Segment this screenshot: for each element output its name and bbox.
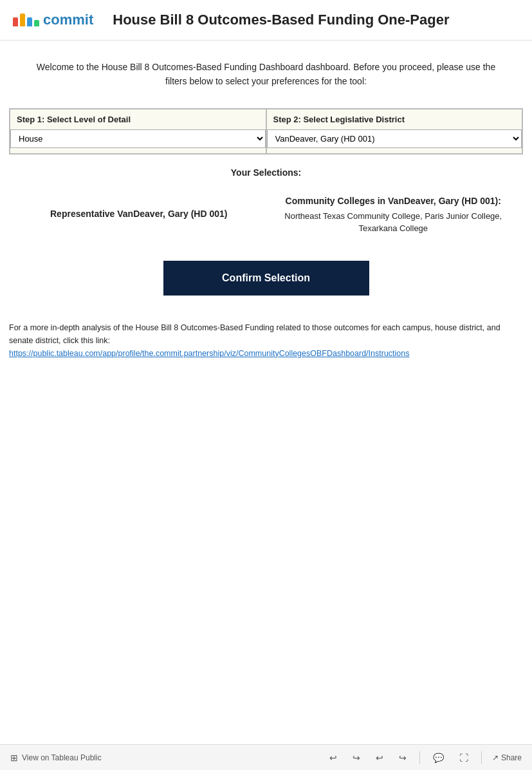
logo-bar-green: [34, 20, 39, 26]
confirm-btn-wrapper: Confirm Selection: [0, 248, 532, 315]
footer-link[interactable]: https://public.tableau.com/app/profile/t…: [9, 349, 410, 358]
bottom-bar-left: ⊞ View on Tableau Public: [10, 753, 314, 763]
logo: commit: [13, 12, 93, 28]
share-icon: ↗: [492, 753, 499, 762]
confirm-selection-button[interactable]: Confirm Selection: [163, 261, 369, 296]
footer-text: For a more in-depth analysis of the Hous…: [9, 321, 523, 347]
step1-label: Step 1: Select Level of Detail: [10, 109, 266, 127]
bottom-bar-right: ↩ ↪ ↩ ↪ 💬 ⛶ ↗ Share: [327, 751, 522, 764]
view-tableau-label[interactable]: View on Tableau Public: [22, 753, 102, 762]
comment-button[interactable]: 💬: [430, 751, 446, 764]
logo-icon: [13, 14, 39, 26]
bottom-bar: ⊞ View on Tableau Public ↩ ↪ ↩ ↪ 💬 ⛶ ↗ S…: [0, 744, 532, 770]
selections-right: Community Colleges in VanDeaver, Gary (H…: [273, 196, 515, 235]
step2-label: Step 2: Select Legislative District: [267, 109, 522, 127]
back-button[interactable]: ↩: [373, 751, 386, 764]
redo-button[interactable]: ↪: [350, 751, 363, 764]
rep-name: Representative VanDeaver, Gary (HD 001): [18, 209, 260, 219]
community-colleges-title: Community Colleges in VanDeaver, Gary (H…: [273, 196, 515, 206]
steps-row: Step 1: Select Level of Detail House Sen…: [9, 108, 523, 155]
share-label: Share: [501, 753, 522, 762]
divider: [419, 751, 420, 764]
selections-area: Representative VanDeaver, Gary (HD 001) …: [9, 183, 523, 241]
share-button[interactable]: ↗ Share: [492, 753, 522, 762]
step2-select[interactable]: VanDeaver, Gary (HD 001): [267, 129, 522, 148]
logo-bar-orange: [20, 14, 25, 26]
page-title: House Bill 8 Outcomes-Based Funding One-…: [113, 12, 449, 28]
welcome-text: Welcome to the House Bill 8 Outcomes-Bas…: [26, 60, 506, 89]
selections-left: Representative VanDeaver, Gary (HD 001): [18, 196, 260, 219]
logo-bar-blue: [27, 17, 32, 26]
selections-wrapper: Your Selections: Representative VanDeave…: [0, 161, 532, 248]
fullscreen-button[interactable]: ⛶: [457, 751, 471, 764]
footer-section: For a more in-depth analysis of the Hous…: [0, 315, 532, 366]
tableau-icon: ⊞: [10, 753, 18, 763]
logo-text: commit: [43, 12, 93, 28]
welcome-section: Welcome to the House Bill 8 Outcomes-Bas…: [0, 41, 532, 102]
step1-box: Step 1: Select Level of Detail House Sen…: [10, 109, 266, 154]
selections-label: Your Selections:: [9, 167, 523, 178]
step2-box: Step 2: Select Legislative District VanD…: [266, 109, 523, 154]
undo-button[interactable]: ↩: [327, 751, 340, 764]
forward-button[interactable]: ↪: [396, 751, 409, 764]
header: commit House Bill 8 Outcomes-Based Fundi…: [0, 0, 532, 41]
community-colleges-list: Northeast Texas Community College, Paris…: [273, 210, 515, 235]
step1-select[interactable]: House Senate: [10, 129, 266, 148]
logo-bar-red: [13, 17, 18, 26]
divider2: [481, 751, 482, 764]
